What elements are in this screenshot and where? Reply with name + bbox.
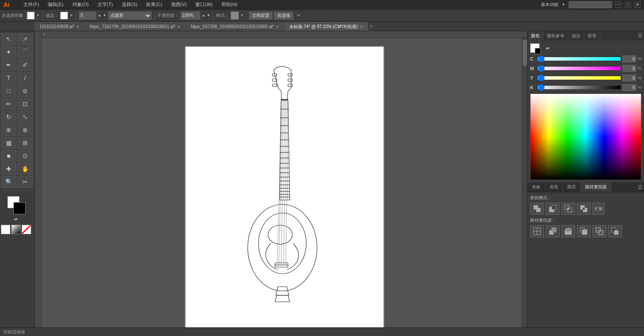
divide-button[interactable] [530, 225, 544, 237]
stroke-up-arrow[interactable]: ▲ [98, 13, 101, 17]
eraser-tool[interactable]: ⊡ [17, 98, 33, 110]
tab-0[interactable]: 101615243838.ai* ✕ [35, 22, 84, 31]
measure-tool[interactable]: ✚ [1, 163, 16, 175]
pathfinder-tab[interactable]: 路径查找器 [581, 183, 612, 192]
paintbrush-tool[interactable]: ⊘ [17, 85, 33, 97]
outline-button[interactable] [592, 225, 606, 237]
tab-scroll-right[interactable]: » [369, 24, 375, 29]
line-tool[interactable]: / [17, 72, 33, 84]
scale-tool[interactable]: ⤡ [17, 111, 33, 123]
c-slider[interactable] [538, 57, 621, 61]
direct-selection-tool[interactable]: ↗ [17, 33, 33, 45]
m-value[interactable] [622, 65, 636, 72]
y-slider[interactable] [538, 76, 621, 80]
tab-close-1[interactable]: ✕ [177, 25, 181, 29]
type-tool[interactable]: T [1, 72, 16, 84]
scrollbar-thumb-v[interactable] [523, 40, 527, 66]
expand-button[interactable]: 扩展 [592, 203, 605, 215]
stroke-box[interactable] [13, 202, 26, 214]
search-input[interactable] [569, 1, 612, 8]
magic-wand-tool[interactable]: ✦ [1, 46, 16, 58]
unite-button[interactable] [530, 203, 544, 215]
add-anchor-tool[interactable]: ✐ [17, 59, 33, 71]
menu-effect[interactable]: 效果(C) [144, 1, 164, 8]
swatches-tab[interactable]: 色板 [527, 183, 545, 192]
blend-tool[interactable]: ⊗ [1, 124, 16, 136]
stroke-style-select[interactable]: 点圆形 [108, 12, 152, 19]
pen-tool[interactable]: ✒ [1, 59, 16, 71]
stroke-down-arrow[interactable]: ▼ [103, 13, 107, 17]
color-guide-tab[interactable]: 颜色参考 [544, 31, 568, 41]
canvas-area[interactable]: 0 [35, 31, 527, 336]
tool-row-12: 🔍 ✂ [1, 176, 33, 188]
fill-color-box[interactable] [27, 12, 35, 19]
menu-object[interactable]: 对象(O) [71, 1, 91, 8]
minimize-button[interactable]: ─ [615, 2, 621, 8]
swap-colors-icon[interactable]: ⇄ [14, 217, 21, 224]
preferences-button[interactable]: 首选项 [274, 12, 293, 19]
close-button[interactable]: ✕ [634, 2, 641, 8]
gradient-tool[interactable]: ■ [1, 150, 16, 162]
menu-help[interactable]: 帮助(H) [220, 1, 239, 8]
eyedropper-tool[interactable]: ⊙ [17, 150, 33, 162]
ruler-vertical [35, 31, 42, 336]
symbol-sprayer-tool[interactable]: ⊕ [17, 124, 33, 136]
brushes-tab[interactable]: 画笔 [545, 183, 563, 192]
doc-setup-button[interactable]: 文档设置 [249, 12, 272, 19]
rectangle-tool[interactable]: □ [1, 85, 16, 97]
minus-back-button[interactable] [608, 225, 622, 237]
color-spectrum[interactable] [530, 94, 641, 180]
y-value[interactable] [622, 74, 636, 81]
intersect-button[interactable] [561, 203, 575, 215]
vertical-scrollbar[interactable] [522, 31, 527, 336]
menu-edit[interactable]: 编辑(E) [46, 1, 65, 8]
crop-button[interactable] [577, 225, 591, 237]
c-value[interactable] [622, 55, 636, 62]
tab-3[interactable]: 未标题-74* @ 97.33% (CMYK/轮廓) ✕ [285, 22, 368, 31]
color-mode-btn[interactable] [1, 225, 10, 234]
pencil-tool[interactable]: ✏ [1, 98, 16, 110]
exclude-button[interactable] [577, 203, 591, 215]
color-tab[interactable]: 颜色 [527, 31, 544, 41]
k-slider[interactable] [538, 86, 621, 89]
tab-close-2[interactable]: ✕ [276, 25, 279, 29]
gradient-mode-btn[interactable] [11, 225, 21, 234]
fg-color-swatch[interactable] [530, 43, 540, 53]
tab-2[interactable]: Nipic_537398_20190929202152610000.ai* ✕ [186, 22, 284, 31]
column-graph-tool[interactable]: ▦ [1, 137, 16, 149]
m-slider[interactable] [538, 67, 621, 70]
menu-file[interactable]: 文件(F) [22, 1, 41, 8]
bottom-panel-options-icon[interactable]: ☰ [636, 183, 644, 192]
menu-window[interactable]: 窗口(W) [194, 1, 214, 8]
lasso-tool[interactable]: ⌒ [17, 46, 33, 58]
stroke-color-box[interactable] [60, 12, 68, 19]
menu-select[interactable]: 选择(S) [120, 1, 139, 8]
panel-options-icon[interactable]: ☰ [636, 31, 644, 41]
zoom-tool[interactable]: 🔍 [1, 176, 16, 188]
swap-icon[interactable]: ⇄ [546, 46, 549, 51]
trim-button[interactable] [546, 225, 560, 237]
scissors-tool[interactable]: ✂ [17, 176, 33, 188]
maximize-button[interactable]: □ [625, 2, 631, 8]
selection-tool[interactable]: ↖ [1, 33, 16, 45]
mesh-tool[interactable]: ⊞ [17, 137, 33, 149]
opacity-down-arrow[interactable]: ▼ [207, 13, 210, 17]
k-value[interactable] [622, 84, 636, 91]
tab-1[interactable]: Nipic_7262799_20190920103330028031.ai* ✕ [85, 22, 185, 31]
tab-close-0[interactable]: ✕ [76, 25, 80, 29]
opacity-up-arrow[interactable]: ▲ [202, 13, 205, 17]
layers-tab[interactable]: 图层 [563, 183, 581, 192]
minus-front-button[interactable] [546, 203, 560, 215]
tab-close-3[interactable]: ✕ [360, 25, 363, 29]
hand-tool[interactable]: ✋ [17, 163, 33, 175]
rotate-tool[interactable]: ↻ [1, 111, 16, 123]
stroke-tab[interactable]: 描边 [568, 31, 584, 41]
merge-button[interactable] [561, 225, 575, 237]
gradient-tab[interactable]: 新变 [584, 31, 600, 41]
menu-type[interactable]: 文字(T) [96, 1, 115, 8]
menu-view[interactable]: 视图(V) [169, 1, 189, 8]
none-mode-btn[interactable] [22, 225, 31, 234]
opacity-input[interactable] [181, 12, 200, 19]
stroke-width-input[interactable] [79, 12, 96, 19]
style-box[interactable] [231, 12, 239, 19]
